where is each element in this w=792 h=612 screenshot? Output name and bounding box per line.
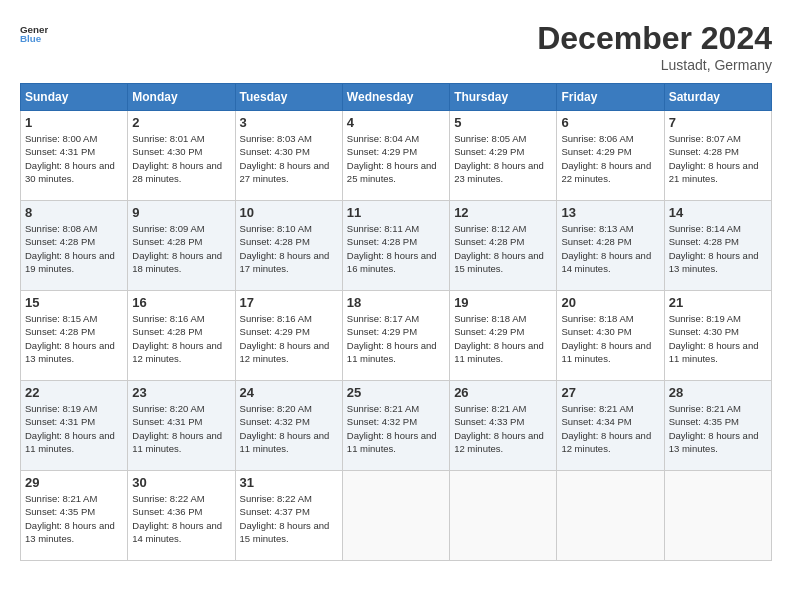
title-area: December 2024 Lustadt, Germany [537, 20, 772, 73]
col-sunday: Sunday [21, 84, 128, 111]
day-info: Sunrise: 8:18 AM Sunset: 4:29 PM Dayligh… [454, 312, 552, 365]
day-number: 13 [561, 205, 659, 220]
day-number: 26 [454, 385, 552, 400]
day-number: 5 [454, 115, 552, 130]
empty-cell [557, 471, 664, 561]
day-cell-13: 13 Sunrise: 8:13 AM Sunset: 4:28 PM Dayl… [557, 201, 664, 291]
day-number: 2 [132, 115, 230, 130]
location-title: Lustadt, Germany [537, 57, 772, 73]
col-saturday: Saturday [664, 84, 771, 111]
day-number: 12 [454, 205, 552, 220]
day-cell-20: 20 Sunrise: 8:18 AM Sunset: 4:30 PM Dayl… [557, 291, 664, 381]
day-info: Sunrise: 8:17 AM Sunset: 4:29 PM Dayligh… [347, 312, 445, 365]
header-row: Sunday Monday Tuesday Wednesday Thursday… [21, 84, 772, 111]
day-number: 21 [669, 295, 767, 310]
day-cell-1: 1 Sunrise: 8:00 AM Sunset: 4:31 PM Dayli… [21, 111, 128, 201]
day-cell-11: 11 Sunrise: 8:11 AM Sunset: 4:28 PM Dayl… [342, 201, 449, 291]
day-cell-21: 21 Sunrise: 8:19 AM Sunset: 4:30 PM Dayl… [664, 291, 771, 381]
calendar-week-4: 22 Sunrise: 8:19 AM Sunset: 4:31 PM Dayl… [21, 381, 772, 471]
day-info: Sunrise: 8:20 AM Sunset: 4:31 PM Dayligh… [132, 402, 230, 455]
day-cell-3: 3 Sunrise: 8:03 AM Sunset: 4:30 PM Dayli… [235, 111, 342, 201]
day-info: Sunrise: 8:14 AM Sunset: 4:28 PM Dayligh… [669, 222, 767, 275]
day-info: Sunrise: 8:05 AM Sunset: 4:29 PM Dayligh… [454, 132, 552, 185]
day-number: 6 [561, 115, 659, 130]
empty-cell [342, 471, 449, 561]
empty-cell [450, 471, 557, 561]
day-cell-6: 6 Sunrise: 8:06 AM Sunset: 4:29 PM Dayli… [557, 111, 664, 201]
calendar-week-3: 15 Sunrise: 8:15 AM Sunset: 4:28 PM Dayl… [21, 291, 772, 381]
day-cell-15: 15 Sunrise: 8:15 AM Sunset: 4:28 PM Dayl… [21, 291, 128, 381]
day-cell-7: 7 Sunrise: 8:07 AM Sunset: 4:28 PM Dayli… [664, 111, 771, 201]
day-cell-8: 8 Sunrise: 8:08 AM Sunset: 4:28 PM Dayli… [21, 201, 128, 291]
day-cell-26: 26 Sunrise: 8:21 AM Sunset: 4:33 PM Dayl… [450, 381, 557, 471]
day-number: 3 [240, 115, 338, 130]
day-cell-31: 31 Sunrise: 8:22 AM Sunset: 4:37 PM Dayl… [235, 471, 342, 561]
day-number: 18 [347, 295, 445, 310]
calendar-week-1: 1 Sunrise: 8:00 AM Sunset: 4:31 PM Dayli… [21, 111, 772, 201]
day-info: Sunrise: 8:15 AM Sunset: 4:28 PM Dayligh… [25, 312, 123, 365]
day-number: 15 [25, 295, 123, 310]
day-info: Sunrise: 8:10 AM Sunset: 4:28 PM Dayligh… [240, 222, 338, 275]
day-cell-25: 25 Sunrise: 8:21 AM Sunset: 4:32 PM Dayl… [342, 381, 449, 471]
day-number: 23 [132, 385, 230, 400]
day-number: 20 [561, 295, 659, 310]
empty-cell [664, 471, 771, 561]
day-number: 10 [240, 205, 338, 220]
day-info: Sunrise: 8:22 AM Sunset: 4:36 PM Dayligh… [132, 492, 230, 545]
day-number: 30 [132, 475, 230, 490]
col-monday: Monday [128, 84, 235, 111]
day-cell-24: 24 Sunrise: 8:20 AM Sunset: 4:32 PM Dayl… [235, 381, 342, 471]
calendar-table: Sunday Monday Tuesday Wednesday Thursday… [20, 83, 772, 561]
day-cell-19: 19 Sunrise: 8:18 AM Sunset: 4:29 PM Dayl… [450, 291, 557, 381]
calendar-week-2: 8 Sunrise: 8:08 AM Sunset: 4:28 PM Dayli… [21, 201, 772, 291]
day-number: 16 [132, 295, 230, 310]
header: General Blue December 2024 Lustadt, Germ… [20, 20, 772, 73]
logo: General Blue [20, 20, 48, 48]
day-info: Sunrise: 8:12 AM Sunset: 4:28 PM Dayligh… [454, 222, 552, 275]
day-info: Sunrise: 8:04 AM Sunset: 4:29 PM Dayligh… [347, 132, 445, 185]
day-info: Sunrise: 8:21 AM Sunset: 4:35 PM Dayligh… [669, 402, 767, 455]
day-number: 14 [669, 205, 767, 220]
day-cell-29: 29 Sunrise: 8:21 AM Sunset: 4:35 PM Dayl… [21, 471, 128, 561]
day-cell-4: 4 Sunrise: 8:04 AM Sunset: 4:29 PM Dayli… [342, 111, 449, 201]
day-info: Sunrise: 8:11 AM Sunset: 4:28 PM Dayligh… [347, 222, 445, 275]
day-cell-2: 2 Sunrise: 8:01 AM Sunset: 4:30 PM Dayli… [128, 111, 235, 201]
day-info: Sunrise: 8:20 AM Sunset: 4:32 PM Dayligh… [240, 402, 338, 455]
day-number: 4 [347, 115, 445, 130]
day-info: Sunrise: 8:03 AM Sunset: 4:30 PM Dayligh… [240, 132, 338, 185]
day-cell-17: 17 Sunrise: 8:16 AM Sunset: 4:29 PM Dayl… [235, 291, 342, 381]
day-info: Sunrise: 8:01 AM Sunset: 4:30 PM Dayligh… [132, 132, 230, 185]
day-cell-9: 9 Sunrise: 8:09 AM Sunset: 4:28 PM Dayli… [128, 201, 235, 291]
day-info: Sunrise: 8:21 AM Sunset: 4:32 PM Dayligh… [347, 402, 445, 455]
day-info: Sunrise: 8:00 AM Sunset: 4:31 PM Dayligh… [25, 132, 123, 185]
day-number: 22 [25, 385, 123, 400]
day-info: Sunrise: 8:19 AM Sunset: 4:31 PM Dayligh… [25, 402, 123, 455]
day-cell-23: 23 Sunrise: 8:20 AM Sunset: 4:31 PM Dayl… [128, 381, 235, 471]
day-info: Sunrise: 8:08 AM Sunset: 4:28 PM Dayligh… [25, 222, 123, 275]
col-friday: Friday [557, 84, 664, 111]
day-info: Sunrise: 8:16 AM Sunset: 4:29 PM Dayligh… [240, 312, 338, 365]
day-cell-14: 14 Sunrise: 8:14 AM Sunset: 4:28 PM Dayl… [664, 201, 771, 291]
day-number: 24 [240, 385, 338, 400]
day-number: 31 [240, 475, 338, 490]
day-info: Sunrise: 8:21 AM Sunset: 4:33 PM Dayligh… [454, 402, 552, 455]
day-info: Sunrise: 8:18 AM Sunset: 4:30 PM Dayligh… [561, 312, 659, 365]
day-info: Sunrise: 8:22 AM Sunset: 4:37 PM Dayligh… [240, 492, 338, 545]
col-thursday: Thursday [450, 84, 557, 111]
day-cell-18: 18 Sunrise: 8:17 AM Sunset: 4:29 PM Dayl… [342, 291, 449, 381]
day-number: 17 [240, 295, 338, 310]
day-info: Sunrise: 8:13 AM Sunset: 4:28 PM Dayligh… [561, 222, 659, 275]
svg-text:Blue: Blue [20, 33, 42, 44]
day-info: Sunrise: 8:06 AM Sunset: 4:29 PM Dayligh… [561, 132, 659, 185]
day-number: 9 [132, 205, 230, 220]
col-wednesday: Wednesday [342, 84, 449, 111]
day-number: 28 [669, 385, 767, 400]
day-info: Sunrise: 8:21 AM Sunset: 4:34 PM Dayligh… [561, 402, 659, 455]
day-cell-12: 12 Sunrise: 8:12 AM Sunset: 4:28 PM Dayl… [450, 201, 557, 291]
day-number: 7 [669, 115, 767, 130]
day-number: 8 [25, 205, 123, 220]
day-info: Sunrise: 8:16 AM Sunset: 4:28 PM Dayligh… [132, 312, 230, 365]
col-tuesday: Tuesday [235, 84, 342, 111]
day-cell-28: 28 Sunrise: 8:21 AM Sunset: 4:35 PM Dayl… [664, 381, 771, 471]
day-number: 27 [561, 385, 659, 400]
